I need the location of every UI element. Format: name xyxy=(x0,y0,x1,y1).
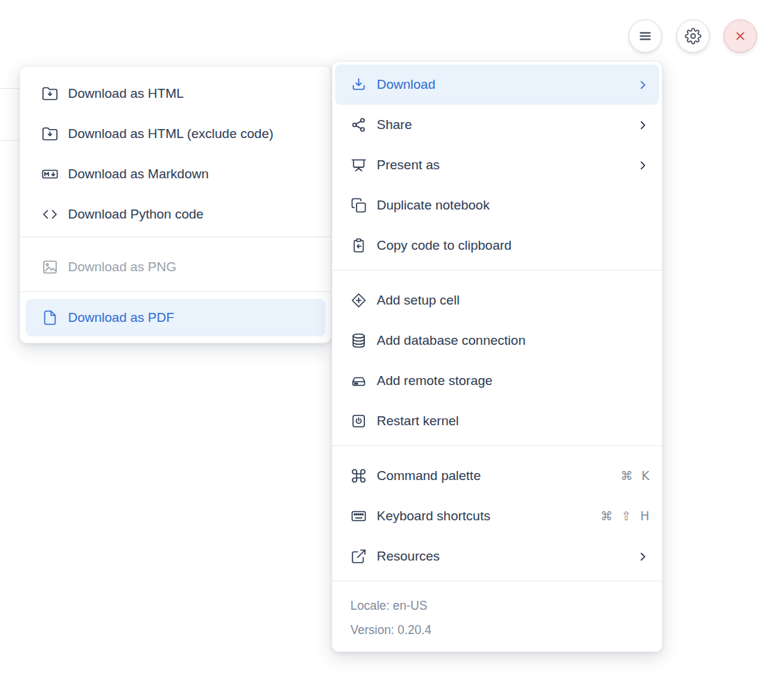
code-icon xyxy=(42,206,58,223)
menu-item-label: Download as HTML xyxy=(68,86,184,101)
menu-item-download-as-png: Download as PNG xyxy=(20,247,331,287)
menu-item-add-remote-storage[interactable]: Add remote storage xyxy=(332,361,662,401)
remote-storage-icon xyxy=(350,373,367,389)
markdown-icon xyxy=(42,166,58,182)
separator xyxy=(332,581,662,581)
menu-section-help: Command palette ⌘ K Keyboard shortcuts ⌘… xyxy=(332,450,662,576)
menu-item-download-as-markdown[interactable]: Download as Markdown xyxy=(20,154,331,194)
keyboard-icon xyxy=(350,508,367,524)
menu-item-label: Command palette xyxy=(377,468,481,484)
version-info: Version: 0.20.4 xyxy=(350,618,662,642)
notebook-menu: Download Share Present as Duplicate note… xyxy=(332,61,663,652)
restart-kernel-icon xyxy=(350,413,367,429)
menu-item-label: Download as Markdown xyxy=(68,166,209,182)
menu-item-label: Add remote storage xyxy=(377,373,493,388)
menu-item-label: Copy code to clipboard xyxy=(377,238,511,253)
hamburger-menu-button[interactable] xyxy=(629,19,662,53)
menu-item-add-setup-cell[interactable]: Add setup cell xyxy=(332,280,662,320)
present-icon xyxy=(350,157,367,173)
menu-item-label: Keyboard shortcuts xyxy=(377,508,491,524)
download-icon xyxy=(350,76,367,93)
menu-section-actions: Download Share Present as Duplicate note… xyxy=(332,65,662,266)
locale-info: Locale: en-US xyxy=(350,594,662,617)
menu-item-download[interactable]: Download xyxy=(335,65,659,105)
separator xyxy=(332,270,662,271)
menu-item-label: Download Python code xyxy=(68,207,203,222)
menu-item-label: Present as xyxy=(377,157,440,173)
close-button[interactable] xyxy=(724,19,757,53)
menu-item-label: Add setup cell xyxy=(377,293,459,308)
shortcut-hint: ⌘ K xyxy=(620,469,649,483)
menu-item-label: Restart kernel xyxy=(377,413,459,429)
separator xyxy=(332,445,662,446)
menu-item-resources[interactable]: Resources xyxy=(332,536,662,576)
menu-footer: Locale: en-US Version: 0.20.4 xyxy=(332,585,662,651)
menu-item-download-as-html[interactable]: Download as HTML xyxy=(20,74,331,114)
menu-item-present-as[interactable]: Present as xyxy=(332,145,662,185)
menu-item-share[interactable]: Share xyxy=(332,105,662,145)
clipboard-copy-icon xyxy=(350,237,367,254)
menu-item-duplicate-notebook[interactable]: Duplicate notebook xyxy=(332,185,662,225)
folder-download-icon xyxy=(42,85,58,102)
menu-item-label: Download xyxy=(377,77,436,92)
menu-item-label: Download as HTML (exclude code) xyxy=(68,126,273,142)
shortcut-hint: ⌘ ⇧ H xyxy=(601,509,649,523)
page-divider-line xyxy=(0,88,20,89)
menu-item-label: Resources xyxy=(377,549,440,564)
gear-icon xyxy=(685,28,701,44)
add-setup-cell-icon xyxy=(350,292,367,309)
menu-section-add: Add setup cell Add database connection A… xyxy=(332,275,662,441)
chevron-right-icon xyxy=(636,119,649,132)
menu-item-label: Duplicate notebook xyxy=(377,198,490,213)
chevron-right-icon xyxy=(636,159,649,172)
menu-item-copy-code-to-clipboard[interactable]: Copy code to clipboard xyxy=(332,225,662,266)
chevron-right-icon xyxy=(636,550,649,563)
settings-button[interactable] xyxy=(676,19,710,53)
image-icon xyxy=(42,259,58,275)
chevron-right-icon xyxy=(636,78,649,92)
share-icon xyxy=(350,117,367,133)
menu-item-label: Download as PNG xyxy=(68,259,176,275)
menu-item-download-as-html-exclude-code[interactable]: Download as HTML (exclude code) xyxy=(20,114,331,154)
menu-item-label: Share xyxy=(377,117,412,132)
folder-download-icon xyxy=(42,126,58,142)
menu-item-add-database-connection[interactable]: Add database connection xyxy=(332,320,662,361)
page-divider-line xyxy=(0,140,20,141)
separator xyxy=(20,291,331,292)
database-icon xyxy=(350,332,367,349)
toolbar xyxy=(629,19,757,53)
menu-item-command-palette[interactable]: Command palette ⌘ K xyxy=(332,456,662,496)
file-icon xyxy=(42,309,58,326)
separator xyxy=(20,237,331,237)
duplicate-icon xyxy=(350,197,367,214)
menu-item-download-python-code[interactable]: Download Python code xyxy=(20,194,331,234)
external-link-icon xyxy=(350,548,367,565)
command-icon xyxy=(350,468,367,484)
download-submenu: Download as HTML Download as HTML (exclu… xyxy=(19,66,332,343)
menu-item-keyboard-shortcuts[interactable]: Keyboard shortcuts ⌘ ⇧ H xyxy=(332,496,662,536)
menu-item-restart-kernel[interactable]: Restart kernel xyxy=(332,401,662,441)
menu-item-label: Download as PDF xyxy=(68,310,174,325)
close-icon xyxy=(732,28,749,44)
menu-item-label: Add database connection xyxy=(377,333,525,348)
menu-item-download-as-pdf[interactable]: Download as PDF xyxy=(26,299,325,336)
hamburger-icon xyxy=(637,28,654,44)
